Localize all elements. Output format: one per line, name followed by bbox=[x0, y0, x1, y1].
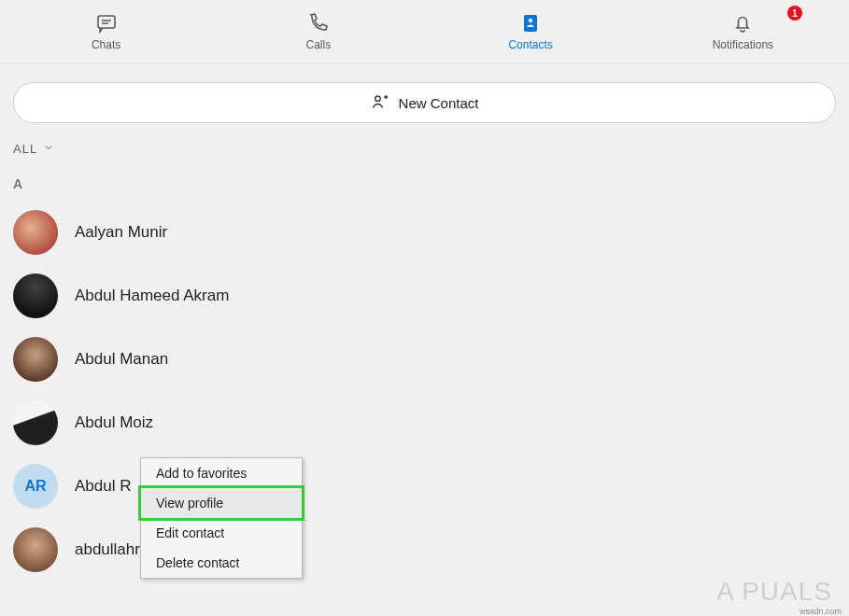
svg-rect-0 bbox=[98, 16, 115, 28]
attribution: wsxdn.com bbox=[799, 607, 842, 616]
contact-name: Abdul Hameed Akram bbox=[75, 287, 229, 305]
context-menu: Add to favorites View profile Edit conta… bbox=[140, 457, 303, 579]
section-header: A bbox=[0, 173, 849, 201]
tab-contacts[interactable]: Contacts bbox=[425, 0, 637, 63]
contact-row[interactable]: AR Abdul R bbox=[0, 455, 849, 518]
notification-badge: 1 bbox=[787, 6, 802, 21]
menu-delete-contact[interactable]: Delete contact bbox=[141, 548, 302, 578]
filter-dropdown[interactable]: ALL bbox=[0, 134, 849, 173]
tab-chats[interactable]: Chats bbox=[0, 0, 212, 63]
avatar bbox=[13, 400, 58, 445]
tab-contacts-label: Contacts bbox=[508, 38, 552, 51]
menu-view-profile[interactable]: View profile bbox=[141, 488, 302, 518]
menu-edit-contact[interactable]: Edit contact bbox=[141, 518, 302, 548]
avatar bbox=[13, 527, 58, 572]
contact-row[interactable]: Abdul Moiz bbox=[0, 391, 849, 455]
new-contact-label: New Contact bbox=[399, 95, 479, 111]
contact-name: Aalyan Munir bbox=[75, 223, 167, 242]
contact-row[interactable]: Abdul Manan bbox=[0, 328, 849, 391]
contact-row[interactable]: Aalyan Munir bbox=[0, 201, 849, 264]
contact-name: Abdul R bbox=[75, 477, 131, 496]
svg-point-3 bbox=[375, 96, 379, 101]
tab-calls-label: Calls bbox=[306, 38, 332, 51]
avatar bbox=[13, 273, 58, 318]
phone-icon bbox=[307, 12, 330, 35]
svg-rect-1 bbox=[524, 15, 537, 32]
tab-chats-label: Chats bbox=[92, 38, 120, 51]
tab-notifications[interactable]: 1 Notifications bbox=[637, 0, 849, 63]
chevron-down-icon bbox=[43, 142, 54, 156]
top-tabs: Chats Calls Contacts 1 Notifications bbox=[0, 0, 849, 63]
tab-notifications-label: Notifications bbox=[713, 38, 773, 51]
svg-point-2 bbox=[529, 18, 532, 21]
contact-row[interactable]: abdullahriaz bbox=[0, 518, 849, 581]
chat-icon bbox=[95, 12, 118, 35]
contact-name: Abdul Moiz bbox=[75, 413, 153, 432]
menu-add-favorites[interactable]: Add to favorites bbox=[141, 458, 302, 488]
contact-name: Abdul Manan bbox=[75, 350, 168, 369]
avatar-initials: AR bbox=[13, 464, 58, 509]
new-contact-container: New Contact bbox=[0, 63, 849, 134]
new-contact-button[interactable]: New Contact bbox=[13, 82, 836, 123]
contact-row[interactable]: Abdul Hameed Akram bbox=[0, 264, 849, 328]
app-root: Chats Calls Contacts 1 Notifications bbox=[0, 0, 849, 616]
bell-icon bbox=[731, 12, 754, 35]
contacts-icon bbox=[519, 12, 542, 35]
avatar bbox=[13, 210, 58, 255]
avatar bbox=[13, 337, 58, 382]
tab-calls[interactable]: Calls bbox=[212, 0, 424, 63]
filter-label: ALL bbox=[13, 142, 37, 156]
contact-list: Aalyan Munir Abdul Hameed Akram Abdul Ma… bbox=[0, 201, 849, 581]
add-contact-icon bbox=[371, 92, 389, 114]
